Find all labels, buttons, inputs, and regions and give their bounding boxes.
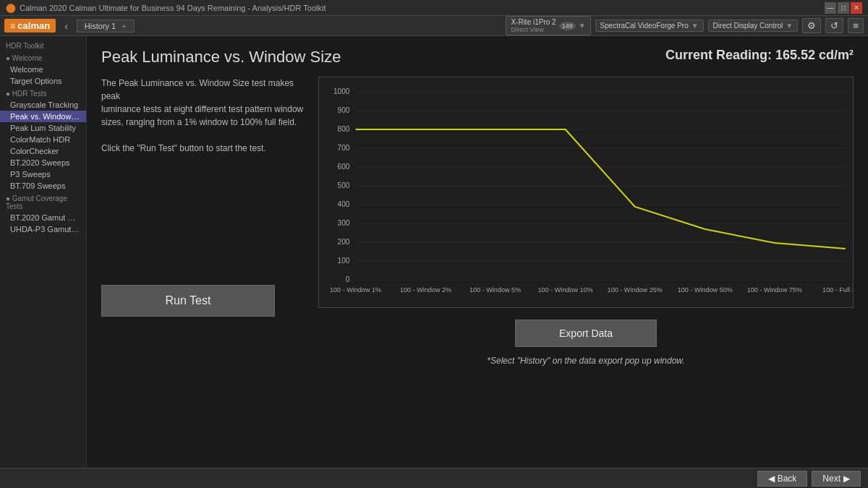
svg-text:100 - Full 100%: 100 - Full 100% xyxy=(822,286,853,294)
svg-text:100 - Window 2%: 100 - Window 2% xyxy=(400,286,451,294)
device1-label: X-Rite i1Pro 2 Direct View xyxy=(511,18,556,33)
logo-text: calman xyxy=(17,20,50,31)
device2-arrow: ▼ xyxy=(692,22,699,30)
content-area: Peak Luminance vs. Window Size Current R… xyxy=(87,36,868,468)
sidebar-item-grayscale-tracking[interactable]: Grayscale Tracking xyxy=(0,99,86,111)
export-data-button[interactable]: Export Data xyxy=(515,320,657,347)
back-button[interactable]: ◀ Back xyxy=(757,471,808,487)
current-reading: Current Reading: 165.52 cd/m² xyxy=(665,48,854,63)
svg-text:700: 700 xyxy=(338,144,350,152)
device3-label: Direct Display Control xyxy=(713,22,783,30)
sidebar-item-uhda-p3-gamut[interactable]: UHDA-P3 Gamut Coverage xyxy=(0,223,86,235)
logo-icon: ≡ xyxy=(10,21,15,31)
device2-select[interactable]: SpectraCal VideoForge Pro ▼ xyxy=(595,20,704,32)
sidebar-toolkit-label: HDR Toolkit xyxy=(0,39,86,51)
peak-luminance-chart: 1000 900 800 700 600 500 400 xyxy=(319,77,853,294)
next-button[interactable]: Next ▶ xyxy=(812,471,861,487)
device1-arrow: ▼ xyxy=(579,22,586,30)
titlebar-title: Calman 2020 Calman Ultimate for Business… xyxy=(20,4,326,12)
svg-text:800: 800 xyxy=(338,125,350,133)
svg-text:100 - Window 25%: 100 - Window 25% xyxy=(608,286,663,294)
svg-text:300: 300 xyxy=(338,219,350,227)
sidebar-item-colormatch-hdr[interactable]: ColorMatch HDR xyxy=(0,134,86,145)
header-devices: X-Rite i1Pro 2 Direct View 149 ▼ Spectra… xyxy=(506,16,864,35)
svg-text:100 - Window 75%: 100 - Window 75% xyxy=(747,286,802,294)
next-arrow-icon: ▶ xyxy=(843,474,850,484)
main-layout: HDR Toolkit ● Welcome Welcome Target Opt… xyxy=(0,36,868,468)
svg-text:100 - Window 10%: 100 - Window 10% xyxy=(538,286,593,294)
svg-text:600: 600 xyxy=(338,163,350,171)
sidebar-item-bt2020-gamut[interactable]: BT.2020 Gamut Coverage xyxy=(0,212,86,223)
sidebar-item-peak-lum-stability[interactable]: Peak Lum Stability xyxy=(0,122,86,134)
svg-text:100 - Window 5%: 100 - Window 5% xyxy=(469,286,521,294)
history-tab[interactable]: History 1 + xyxy=(77,20,135,33)
app-icon: ⬤ xyxy=(6,3,15,13)
menu-button[interactable]: ≡ xyxy=(848,18,864,33)
svg-text:100 - Window 50%: 100 - Window 50% xyxy=(678,286,733,294)
svg-text:100 - Window 1%: 100 - Window 1% xyxy=(330,286,381,294)
sidebar-item-peak-vs-window[interactable]: Peak vs. Window Size xyxy=(0,111,86,122)
sidebar-item-colorchecker[interactable]: ColorChecker xyxy=(0,145,86,157)
calman-logo[interactable]: ≡ calman xyxy=(4,19,56,33)
device2-label: SpectraCal VideoForge Pro xyxy=(600,22,689,30)
sidebar-welcome-header: ● Welcome xyxy=(0,51,86,64)
sidebar-gamut-tests-header: ● Gamut Coverage Tests xyxy=(0,192,86,212)
history-tab-close[interactable]: + xyxy=(122,22,126,30)
svg-text:900: 900 xyxy=(338,106,350,114)
minimize-button[interactable]: — xyxy=(825,2,836,14)
history-tab-label: History 1 xyxy=(85,22,116,30)
sidebar-item-bt2020-sweeps[interactable]: BT.2020 Sweeps xyxy=(0,157,86,168)
back-arrow-icon: ◀ xyxy=(768,474,775,484)
sidebar-hdr-tests-header: ● HDR Tests xyxy=(0,87,86,99)
sidebar-item-bt709-sweeps[interactable]: BT.709 Sweeps xyxy=(0,180,86,192)
test-description: The Peak Luminance vs. Window Size test … xyxy=(101,77,304,155)
refresh-button[interactable]: ↺ xyxy=(825,18,843,33)
device1-select[interactable]: X-Rite i1Pro 2 Direct View 149 ▼ xyxy=(506,16,590,35)
sidebar-item-p3-sweeps[interactable]: P3 Sweeps xyxy=(0,168,86,180)
device3-select[interactable]: Direct Display Control ▼ xyxy=(708,20,799,32)
close-button[interactable]: ✕ xyxy=(851,2,862,14)
settings-button[interactable]: ⚙ xyxy=(802,18,821,33)
menubar: ≡ calman ‹ History 1 + X-Rite i1Pro 2 Di… xyxy=(0,16,868,36)
sidebar: HDR Toolkit ● Welcome Welcome Target Opt… xyxy=(0,36,87,468)
window-controls[interactable]: — □ ✕ xyxy=(825,2,862,14)
page-title: Peak Luminance vs. Window Size xyxy=(101,48,341,67)
device3-arrow: ▼ xyxy=(786,22,793,30)
sidebar-item-target-options[interactable]: Target Options xyxy=(0,75,86,87)
bottom-toolbar: ◀ Back Next ▶ xyxy=(0,468,868,488)
export-note: *Select "History" on the data export pop… xyxy=(318,356,854,366)
chart-panel: 1000 900 800 700 600 500 400 xyxy=(318,77,854,366)
run-test-button[interactable]: Run Test xyxy=(101,285,275,317)
next-label: Next xyxy=(822,474,841,484)
svg-text:0: 0 xyxy=(346,275,350,283)
device1-badge: 149 xyxy=(559,22,576,30)
chart-container: 1000 900 800 700 600 500 400 xyxy=(318,77,854,308)
back-label: Back xyxy=(778,474,797,484)
svg-text:1000: 1000 xyxy=(333,87,350,95)
sidebar-item-welcome[interactable]: Welcome xyxy=(0,64,86,75)
nav-back-arrow[interactable]: ‹ xyxy=(61,20,71,32)
maximize-button[interactable]: □ xyxy=(838,2,849,14)
titlebar: ⬤ Calman 2020 Calman Ultimate for Busine… xyxy=(0,0,868,16)
svg-text:400: 400 xyxy=(338,200,350,208)
export-section: Export Data *Select "History" on the dat… xyxy=(318,320,854,366)
svg-text:200: 200 xyxy=(338,238,350,246)
svg-text:500: 500 xyxy=(338,181,350,189)
svg-text:100: 100 xyxy=(338,257,350,265)
